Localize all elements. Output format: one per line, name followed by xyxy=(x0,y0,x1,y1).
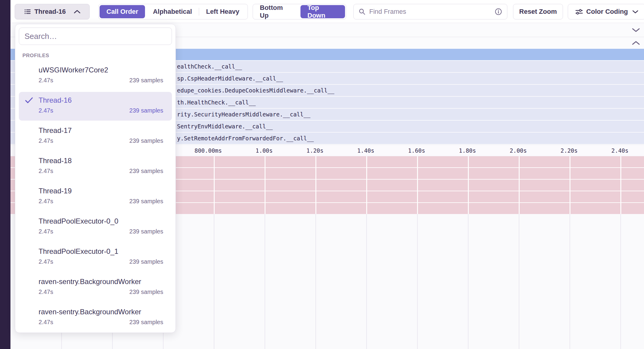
profile-name: ThreadPoolExecutor-0_1 xyxy=(39,247,163,256)
profiler-flamegraph-view: t mealthCheck.__call__msp.CspHeaderMiddl… xyxy=(0,0,644,349)
profile-duration: 2.47s xyxy=(39,198,53,205)
chevron-down-icon xyxy=(631,28,640,32)
list-icon xyxy=(24,8,31,16)
profile-samples: 239 samples xyxy=(129,319,163,326)
profile-samples: 239 samples xyxy=(129,289,163,295)
grid-line xyxy=(570,214,570,349)
profile-duration: 2.47s xyxy=(39,319,53,326)
info-icon[interactable] xyxy=(495,8,502,16)
grid-line xyxy=(214,156,215,214)
frame-label: th.HealthCheck.__call__ xyxy=(177,99,256,106)
app-sidebar xyxy=(0,0,10,349)
profile-duration: 2.47s xyxy=(39,168,53,174)
reset-zoom-label: Reset Zoom xyxy=(519,8,557,16)
axis-tick-label: 2.20s xyxy=(561,147,578,154)
segment-option-bottom-up[interactable]: Bottom Up xyxy=(253,4,300,19)
profile-item-uwsgiworker7core2[interactable]: uWSGIWorker7Core22.47s239 samples xyxy=(19,62,172,90)
profile-name: Thread-18 xyxy=(39,157,163,165)
grid-line xyxy=(519,214,519,349)
grid-line xyxy=(620,214,621,349)
chevron-up-icon xyxy=(74,10,81,14)
find-frames-input[interactable] xyxy=(369,7,495,16)
grid-line xyxy=(366,156,367,214)
expand-panel-button[interactable] xyxy=(631,40,640,45)
grid-line xyxy=(315,156,316,214)
profile-duration: 2.47s xyxy=(39,258,53,265)
axis-tick-label: 2.40s xyxy=(611,147,628,154)
frame-label: y.SetRemoteAddrFromForwardedFor.__call__ xyxy=(177,135,314,142)
profile-item-thread-18[interactable]: Thread-182.47s239 samples xyxy=(19,152,172,181)
grid-line xyxy=(214,214,214,349)
profile-duration: 2.47s xyxy=(39,228,53,235)
frame-label: rity.SecurityHeadersMiddleware.__call__ xyxy=(177,111,310,118)
profile-name: Thread-19 xyxy=(39,187,163,195)
profile-samples: 239 samples xyxy=(129,137,163,144)
axis-tick-label: 2.00s xyxy=(510,147,527,154)
flamegraph-toolbar: Thread-16 Call OrderAlphabeticalLeft Hea… xyxy=(10,0,644,23)
grid-line xyxy=(519,156,520,214)
axis-tick-label: 1.60s xyxy=(408,147,425,154)
frame-label: SentryEnvMiddleware.__call__ xyxy=(177,123,273,130)
profile-item-raven-sentry.backgroundworker[interactable]: raven-sentry.BackgroundWorker2.47s239 sa… xyxy=(19,273,172,302)
grid-line xyxy=(315,214,316,349)
chevron-up-icon xyxy=(631,40,640,45)
color-coding-label: Color Coding xyxy=(586,8,628,16)
grid-line xyxy=(265,214,265,349)
profile-samples: 239 samples xyxy=(129,77,163,84)
grid-line xyxy=(570,156,570,214)
profile-duration: 2.47s xyxy=(39,289,53,295)
profile-item-threadpoolexecutor-0_0[interactable]: ThreadPoolExecutor-0_02.47s239 samples xyxy=(19,213,172,242)
profile-name: ThreadPoolExecutor-0_0 xyxy=(39,217,163,225)
axis-tick-label: 1.20s xyxy=(306,147,323,154)
view-direction-segmented-control: Bottom UpTop Down xyxy=(253,4,346,19)
axis-tick-label: 1.00s xyxy=(256,147,273,154)
segment-option-call-order[interactable]: Call Order xyxy=(100,5,145,18)
segment-option-top-down[interactable]: Top Down xyxy=(300,5,345,18)
thread-selector-dropdown: PROFILES uWSGIWorker7Core22.47s239 sampl… xyxy=(15,24,176,333)
frame-label: ealthCheck.__call__ xyxy=(177,63,242,70)
profile-name: Thread-16 xyxy=(39,96,163,104)
profile-name: raven-sentry.BackgroundWorker xyxy=(39,308,163,316)
profile-samples: 239 samples xyxy=(129,107,163,114)
profile-duration: 2.47s xyxy=(39,137,53,144)
sliders-icon xyxy=(575,8,583,15)
profile-samples: 239 samples xyxy=(129,258,163,265)
profile-item-thread-16[interactable]: Thread-162.47s239 samples xyxy=(19,92,172,121)
profile-item-thread-17[interactable]: Thread-172.47s239 samples xyxy=(19,122,172,151)
axis-tick-label: 800.00ms xyxy=(194,147,222,154)
profile-samples: 239 samples xyxy=(129,198,163,205)
thread-selector-button[interactable]: Thread-16 xyxy=(15,4,90,19)
axis-tick-label: 1.40s xyxy=(357,147,374,154)
frame-label: sp.CspHeaderMiddleware.__call__ xyxy=(177,75,283,82)
grid-line xyxy=(366,214,367,349)
profile-samples: 239 samples xyxy=(129,228,163,235)
profile-samples: 239 samples xyxy=(129,168,163,174)
find-frames-container xyxy=(353,4,507,19)
axis-tick-label: 1.80s xyxy=(459,147,476,154)
profile-duration: 2.47s xyxy=(39,107,53,114)
reset-zoom-button[interactable]: Reset Zoom xyxy=(513,4,563,19)
profile-name: raven-sentry.BackgroundWorker xyxy=(39,277,163,286)
sort-mode-segmented-control: Call OrderAlphabeticalLeft Heavy xyxy=(98,4,248,19)
segment-option-alphabetical[interactable]: Alphabetical xyxy=(146,4,199,19)
collapse-panel-button[interactable] xyxy=(631,28,640,32)
segment-option-left-heavy[interactable]: Left Heavy xyxy=(199,4,246,19)
profile-name: uWSGIWorker7Core2 xyxy=(39,66,163,74)
profile-duration: 2.47s xyxy=(39,77,53,84)
dropdown-search-input[interactable] xyxy=(19,28,172,45)
profiles-list: uWSGIWorker7Core22.47s239 samplesThread-… xyxy=(19,62,172,332)
profile-name: Thread-17 xyxy=(39,126,163,135)
chevron-down-icon xyxy=(632,10,639,14)
profile-item-threadpoolexecutor-0_1[interactable]: ThreadPoolExecutor-0_12.47s239 samples xyxy=(19,243,172,272)
checkmark-icon xyxy=(25,97,33,104)
grid-line xyxy=(468,156,469,214)
profile-item-thread-19[interactable]: Thread-192.47s239 samples xyxy=(19,183,172,211)
search-icon xyxy=(358,8,366,15)
profile-item-raven-sentry.backgroundworker[interactable]: raven-sentry.BackgroundWorker2.47s239 sa… xyxy=(19,304,172,332)
color-coding-button[interactable]: Color Coding xyxy=(568,4,644,19)
grid-line xyxy=(468,214,468,349)
frame-label: edupe_cookies.DedupeCookiesMiddleware.__… xyxy=(177,87,334,94)
grid-line xyxy=(417,156,418,214)
dropdown-section-label: PROFILES xyxy=(22,53,172,59)
grid-line xyxy=(417,214,418,349)
